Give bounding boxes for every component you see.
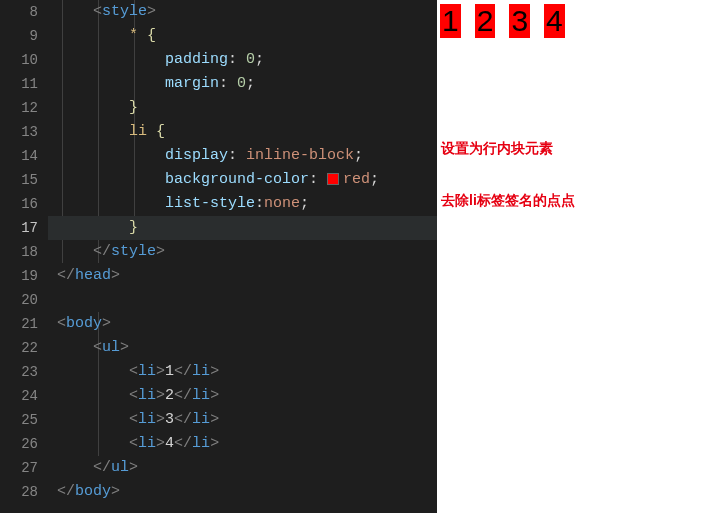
code-line[interactable]: <li>1</li> bbox=[48, 360, 437, 384]
watermark-author: @搜捕鸟了 bbox=[641, 489, 706, 507]
watermark-brand: CSDN bbox=[600, 491, 637, 506]
line-number: 8 bbox=[0, 0, 38, 24]
code-line[interactable] bbox=[48, 288, 437, 312]
line-number: 26 bbox=[0, 432, 38, 456]
line-number: 27 bbox=[0, 456, 38, 480]
line-number-gutter: 8 9 10 11 12 13 14 15 16 17 18 19 20 21 … bbox=[0, 0, 48, 513]
color-swatch-icon bbox=[327, 173, 339, 185]
code-line[interactable]: background-color: red; bbox=[48, 168, 437, 192]
preview-list-item: 3 bbox=[509, 4, 530, 38]
code-line[interactable]: * { bbox=[48, 24, 437, 48]
line-number: 9 bbox=[0, 24, 38, 48]
code-line[interactable]: list-style:none; bbox=[48, 192, 437, 216]
code-line[interactable]: </style> bbox=[48, 240, 437, 264]
code-area[interactable]: <style> * { padding: 0; margin: 0; } li … bbox=[48, 0, 437, 513]
code-line[interactable]: padding: 0; bbox=[48, 48, 437, 72]
line-number: 18 bbox=[0, 240, 38, 264]
line-number: 12 bbox=[0, 96, 38, 120]
preview-list-item: 1 bbox=[440, 4, 461, 38]
line-number: 25 bbox=[0, 408, 38, 432]
line-number: 24 bbox=[0, 384, 38, 408]
line-number: 20 bbox=[0, 288, 38, 312]
line-number: 19 bbox=[0, 264, 38, 288]
browser-preview: 1 2 3 4 bbox=[440, 4, 570, 38]
code-line[interactable]: margin: 0; bbox=[48, 72, 437, 96]
code-line[interactable]: <body> bbox=[48, 312, 437, 336]
code-line[interactable]: <li>2</li> bbox=[48, 384, 437, 408]
line-number-active: 17 bbox=[0, 216, 38, 240]
code-line[interactable]: } bbox=[48, 96, 437, 120]
annotation-text: 设置为行内块元素 bbox=[441, 140, 553, 158]
line-number: 13 bbox=[0, 120, 38, 144]
line-number: 14 bbox=[0, 144, 38, 168]
line-number: 22 bbox=[0, 336, 38, 360]
line-number: 10 bbox=[0, 48, 38, 72]
preview-list-item: 4 bbox=[544, 4, 565, 38]
code-line[interactable]: <li>3</li> bbox=[48, 408, 437, 432]
preview-list-item: 2 bbox=[475, 4, 496, 38]
code-line[interactable]: display: inline-block; bbox=[48, 144, 437, 168]
line-number: 28 bbox=[0, 480, 38, 504]
code-line-active[interactable]: } bbox=[48, 216, 437, 240]
code-line[interactable]: li { bbox=[48, 120, 437, 144]
line-number: 11 bbox=[0, 72, 38, 96]
line-number: 21 bbox=[0, 312, 38, 336]
code-line[interactable]: <style> bbox=[48, 0, 437, 24]
line-number: 15 bbox=[0, 168, 38, 192]
code-line[interactable]: </body> bbox=[48, 480, 437, 504]
code-line[interactable]: <li>4</li> bbox=[48, 432, 437, 456]
code-line[interactable]: </ul> bbox=[48, 456, 437, 480]
code-editor[interactable]: 8 9 10 11 12 13 14 15 16 17 18 19 20 21 … bbox=[0, 0, 437, 513]
code-line[interactable]: </head> bbox=[48, 264, 437, 288]
watermark: CSDN @搜捕鸟了 bbox=[600, 489, 706, 507]
line-number: 23 bbox=[0, 360, 38, 384]
code-line[interactable]: <ul> bbox=[48, 336, 437, 360]
annotation-text: 去除li标签签名的点点 bbox=[441, 192, 575, 210]
line-number: 16 bbox=[0, 192, 38, 216]
